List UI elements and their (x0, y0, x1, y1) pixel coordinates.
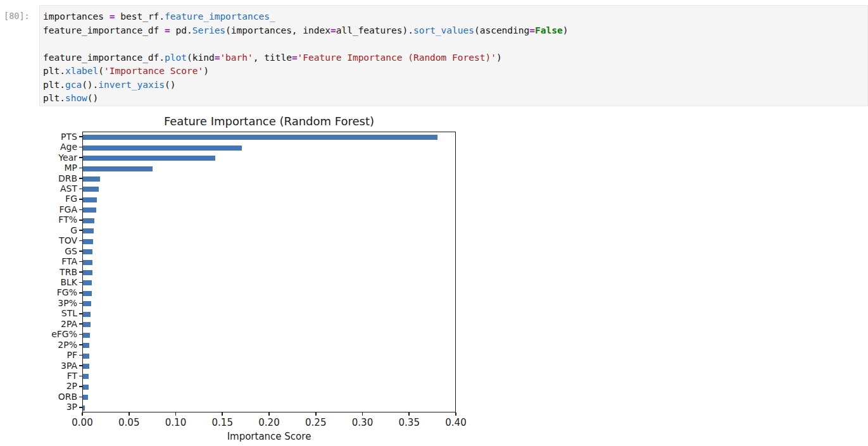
y-tick-label: AST (0, 183, 77, 194)
code-token: = (292, 53, 298, 63)
code-token: ) (563, 25, 569, 35)
y-tick-label: DRB (0, 173, 77, 184)
x-axis-label: Importance Score (82, 431, 456, 442)
code-line[interactable]: feature_importance_df.plot(kind='barh', … (43, 51, 862, 65)
bar-pf (83, 354, 89, 359)
code-token: xlabel (65, 66, 98, 76)
code-token: gca (65, 80, 82, 90)
bar-drb (83, 177, 100, 182)
code-token: ) (203, 66, 209, 76)
y-tick-label: Age (0, 142, 77, 152)
y-tick-label: 3P (0, 402, 77, 412)
y-tick-mark (79, 323, 82, 325)
y-tick-label: 3PA (0, 361, 77, 371)
execution-count: [80]: (4, 11, 37, 21)
code-token: = (110, 11, 115, 22)
y-tick-mark (79, 261, 82, 263)
code-token: plt. (43, 93, 65, 103)
x-tick-label: 0.35 (391, 417, 427, 428)
code-token: plt. (43, 66, 65, 76)
y-tick-mark (79, 407, 82, 408)
y-tick-label: 2P (0, 381, 77, 392)
x-tick-mark (268, 412, 270, 416)
y-tick-label: MP (0, 163, 77, 173)
bar-efg% (83, 333, 90, 338)
code-token: ) (496, 53, 502, 63)
code-token: pd. (170, 25, 192, 35)
y-tick-mark (79, 282, 82, 283)
code-line[interactable]: plt.show() (43, 92, 862, 106)
x-tick-label: 0.20 (251, 417, 287, 428)
x-tick-mark (408, 412, 410, 416)
bar-3p (83, 406, 85, 411)
bar-orb (83, 395, 88, 400)
code-line[interactable]: plt.gca().invert_yaxis() (43, 78, 862, 92)
code-token: (). (82, 80, 98, 90)
code-token: () (87, 93, 98, 103)
code-token: () (165, 80, 175, 90)
code-line[interactable]: plt.xlabel('Importance Score') (43, 65, 862, 78)
y-tick-mark (79, 313, 82, 314)
code-token: (ascending (474, 25, 529, 35)
notebook-page: [80]: importances = best_rf.feature_impo… (0, 0, 868, 446)
y-tick-label: FGA (0, 204, 77, 215)
code-token: sort_values (413, 25, 474, 35)
x-tick-label: 0.25 (298, 417, 334, 428)
bar-ft% (83, 218, 94, 223)
x-tick-label: 0.05 (111, 417, 147, 428)
plot-area (82, 132, 456, 412)
y-tick-label: G (0, 225, 77, 236)
y-tick-label: TRB (0, 267, 77, 278)
code-token: importances (43, 11, 110, 22)
x-tick-mark (362, 412, 363, 416)
bar-gs (83, 249, 92, 254)
bar-age (83, 146, 242, 151)
y-tick-mark (79, 199, 82, 200)
code-editor[interactable]: importances = best_rf.feature_importance… (40, 6, 867, 106)
code-token: plot (165, 53, 187, 63)
bar-g (83, 228, 94, 233)
y-tick-label: PF (0, 350, 77, 361)
x-tick-label: 0.30 (345, 417, 381, 428)
bar-blk (83, 280, 92, 285)
y-tick-mark (79, 189, 82, 190)
y-tick-mark (79, 271, 82, 273)
bar-fta (83, 260, 92, 265)
bar-ast (83, 187, 99, 192)
code-line[interactable]: importances = best_rf.feature_importance… (43, 10, 862, 24)
code-token: feature_importance_df (43, 25, 165, 35)
y-tick-mark (79, 220, 82, 221)
y-tick-mark (79, 157, 82, 158)
y-tick-label: 2PA (0, 319, 77, 330)
y-tick-mark (79, 178, 82, 179)
x-tick-mark (222, 412, 223, 416)
y-tick-label: FTA (0, 256, 77, 267)
y-tick-mark (79, 230, 82, 231)
y-tick-mark (79, 136, 82, 137)
code-token: False (535, 25, 563, 35)
y-tick-mark (79, 240, 82, 242)
code-token: = (330, 25, 336, 35)
x-tick-mark (175, 412, 177, 416)
y-tick-label: BLK (0, 277, 77, 288)
y-tick-mark (79, 168, 82, 169)
code-token: Series (192, 25, 225, 35)
code-line[interactable] (43, 37, 862, 51)
y-tick-label: eFG% (0, 329, 77, 340)
output-figure: Feature Importance (Random Forest) Impor… (0, 113, 487, 446)
code-token: best_rf. (115, 11, 165, 22)
y-tick-mark (79, 344, 82, 345)
y-tick-label: TOV (0, 235, 77, 246)
y-tick-label: FG (0, 194, 77, 204)
x-tick-label: 0.40 (438, 417, 474, 428)
x-tick-label: 0.00 (65, 417, 100, 428)
y-tick-mark (79, 147, 82, 148)
y-tick-label: 2P% (0, 340, 77, 350)
code-cell[interactable]: importances = best_rf.feature_importance… (39, 5, 868, 106)
bar-3pa (83, 364, 89, 369)
y-tick-mark (79, 209, 82, 211)
y-tick-mark (79, 386, 82, 387)
bar-fga (83, 208, 96, 213)
code-line[interactable]: feature_importance_df = pd.Series(import… (43, 24, 862, 38)
y-tick-label: FG% (0, 287, 77, 298)
